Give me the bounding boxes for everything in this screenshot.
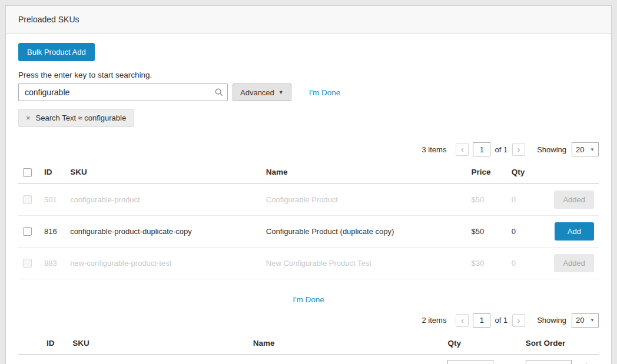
preloaded-skus-panel: Preloaded SKUs Bulk Product Add Press th…	[5, 5, 612, 364]
cell-name: Configurable Product (duplicate copy)	[261, 215, 467, 247]
results-page-size-select[interactable]: 20 ▼	[572, 142, 599, 156]
selected-items-count: 2 items	[422, 316, 447, 325]
row-checkbox	[23, 195, 32, 204]
im-done-link-top[interactable]: I'm Done	[309, 88, 341, 97]
search-row: Advanced ▼ I'm Done	[18, 84, 599, 101]
cell-sku: new-configurable-product-test	[65, 247, 261, 279]
results-items-count: 3 items	[422, 145, 447, 154]
cell-id: 883	[39, 247, 65, 279]
panel-header: Preloaded SKUs	[6, 6, 611, 34]
next-page-button[interactable]: ›	[512, 143, 525, 156]
qty-input[interactable]	[447, 360, 493, 364]
filter-chip: × Search Text ≈ configurable	[18, 109, 134, 127]
col-sku: SKU	[65, 162, 261, 183]
row-checkbox[interactable]	[23, 227, 32, 236]
col-price: Price	[467, 162, 507, 183]
cell-sku: configurable-product	[68, 354, 248, 364]
cell-sku: configurable-product-duplicate-copy	[65, 215, 261, 247]
next-page-button[interactable]: ›	[512, 314, 525, 327]
results-page-input[interactable]	[473, 142, 490, 156]
prev-page-button[interactable]: ‹	[456, 143, 469, 156]
added-button: Added	[554, 191, 594, 209]
results-toolbar: 3 items ‹ of 1 › Showing 20 ▼	[18, 142, 599, 156]
selected-page-size-value: 20	[576, 316, 584, 325]
im-done-center: I'm Done	[18, 295, 599, 304]
im-done-link-bottom[interactable]: I'm Done	[293, 295, 324, 304]
col-id: ID	[42, 333, 68, 355]
col-qty: Qty	[443, 333, 520, 355]
selected-page-size-select[interactable]: 20 ▼	[572, 313, 599, 328]
row-checkbox	[23, 259, 32, 268]
cell-price: $50	[467, 215, 507, 247]
selected-table: ID SKU Name Qty Sort Order 501 configura…	[18, 333, 599, 364]
cell-id: 501	[42, 354, 68, 364]
cell-qty: 0	[507, 247, 535, 279]
panel-title: Preloaded SKUs	[18, 15, 79, 24]
results-page-size-value: 20	[576, 145, 584, 154]
chevron-down-icon: ▼	[278, 89, 284, 95]
col-qty: Qty	[507, 162, 535, 183]
results-showing-label: Showing	[537, 145, 566, 154]
added-button: Added	[554, 254, 594, 272]
sort-order-input[interactable]	[526, 360, 572, 364]
add-button[interactable]: Add	[555, 222, 594, 241]
table-row: 501 configurable-product Configurable Pr…	[18, 183, 599, 215]
table-row: 816 configurable-product-duplicate-copy …	[18, 215, 599, 247]
cell-id: 816	[39, 215, 65, 247]
remove-filter-icon[interactable]: ×	[26, 113, 31, 122]
search-box	[18, 84, 228, 101]
select-all-checkbox[interactable]	[23, 168, 32, 177]
selected-page-input[interactable]	[473, 313, 490, 328]
cell-qty: 0	[507, 183, 535, 215]
selected-showing-label: Showing	[537, 316, 566, 325]
results-of-label: of 1	[495, 145, 507, 154]
results-header-row: ID SKU Name Price Qty	[18, 162, 599, 183]
selected-header-row: ID SKU Name Qty Sort Order	[18, 333, 599, 355]
col-action	[535, 162, 599, 183]
cell-name: Configurable Product	[248, 354, 443, 364]
col-name: Name	[261, 162, 467, 183]
cell-name: New Configurable Product Test	[261, 247, 467, 279]
col-sort-order: Sort Order	[521, 333, 578, 355]
cell-sku: configurable-product	[65, 183, 261, 215]
chevron-down-icon: ▼	[590, 147, 595, 152]
results-table: ID SKU Name Price Qty 501 configurable-p…	[18, 162, 599, 279]
selected-of-label: of 1	[495, 316, 507, 325]
cell-price: $30	[467, 247, 507, 279]
cell-name: Configurable Product	[261, 183, 467, 215]
list-item: 501 configurable-product Configurable Pr…	[18, 354, 599, 364]
col-sku: SKU	[68, 333, 248, 355]
cell-qty: 0	[507, 215, 535, 247]
chevron-down-icon: ▼	[590, 318, 595, 323]
search-icon	[215, 88, 223, 96]
prev-page-button[interactable]: ‹	[456, 314, 469, 327]
cell-price: $50	[467, 183, 507, 215]
advanced-button[interactable]: Advanced ▼	[233, 84, 291, 101]
col-name: Name	[248, 333, 443, 355]
cell-id: 501	[39, 183, 65, 215]
filter-chip-label: Search Text ≈ configurable	[36, 113, 127, 122]
col-id: ID	[39, 162, 65, 183]
selected-toolbar: 2 items ‹ of 1 › Showing 20 ▼	[18, 313, 599, 328]
panel-body: Bulk Product Add Press the enter key to …	[6, 34, 611, 364]
bulk-product-add-button[interactable]: Bulk Product Add	[18, 43, 95, 61]
search-input[interactable]	[18, 84, 228, 101]
table-row: 883 new-configurable-product-test New Co…	[18, 247, 599, 279]
search-hint: Press the enter key to start searching.	[18, 71, 599, 79]
advanced-label: Advanced	[240, 88, 274, 97]
